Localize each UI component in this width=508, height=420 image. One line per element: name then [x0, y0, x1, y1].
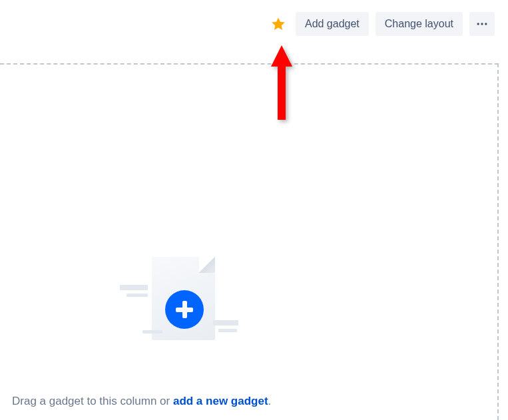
motion-line — [127, 294, 148, 297]
empty-suffix: . — [268, 395, 272, 407]
favorite-star-button[interactable] — [268, 13, 289, 35]
add-new-gadget-link[interactable]: add a new gadget — [173, 395, 268, 407]
add-plus-icon — [165, 290, 204, 329]
more-actions-button[interactable] — [469, 12, 495, 36]
gadget-drop-zone[interactable] — [0, 63, 499, 420]
svg-point-2 — [485, 23, 487, 25]
motion-line — [120, 285, 148, 290]
more-horizontal-icon — [475, 17, 489, 31]
empty-state-text: Drag a gadget to this column or add a ne… — [12, 395, 271, 408]
star-icon — [270, 16, 286, 32]
svg-point-0 — [477, 23, 479, 25]
empty-prefix: Drag a gadget to this column or — [12, 395, 173, 407]
annotation-arrow-icon — [268, 45, 295, 125]
svg-point-1 — [481, 23, 483, 25]
empty-state-illustration — [120, 257, 240, 363]
add-gadget-button[interactable]: Add gadget — [296, 12, 369, 36]
svg-marker-3 — [271, 45, 292, 120]
motion-line — [142, 330, 162, 333]
motion-line — [213, 320, 238, 325]
dashboard-toolbar: Add gadget Change layout — [268, 12, 495, 36]
motion-line — [218, 329, 237, 332]
change-layout-button[interactable]: Change layout — [376, 12, 463, 36]
